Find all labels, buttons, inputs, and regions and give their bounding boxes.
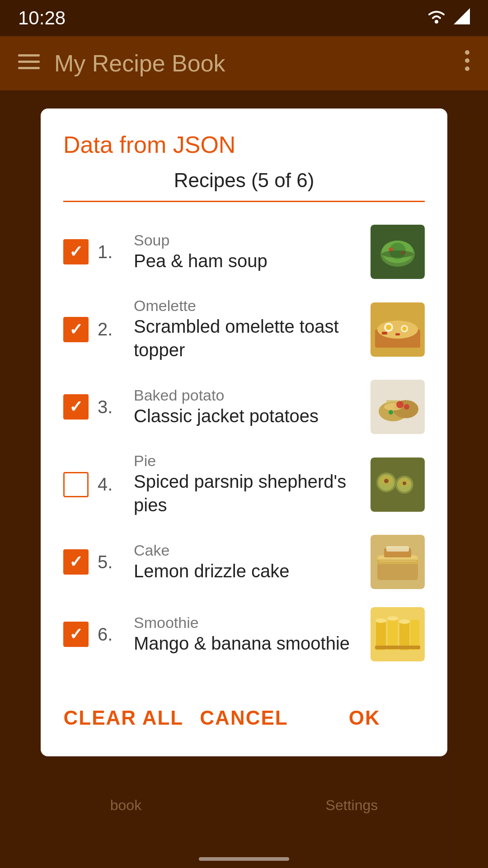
svg-point-0 <box>435 20 438 24</box>
app-bar: My Recipe Book <box>0 36 488 90</box>
signal-icon <box>454 8 470 28</box>
recipe-number-4: 4. <box>98 474 125 495</box>
svg-rect-22 <box>382 332 387 335</box>
checkbox-1[interactable]: ✓ <box>63 239 89 264</box>
recipe-text-5: Cake Lemon drizzle cake <box>134 542 361 583</box>
recipe-number-2: 2. <box>98 319 125 340</box>
checkbox-5[interactable]: ✓ <box>63 549 89 575</box>
dialog-actions: CLEAR ALL CANCEL OK <box>63 679 425 756</box>
svg-point-21 <box>402 326 407 331</box>
svg-rect-53 <box>410 620 419 650</box>
recipe-list: ✓ 1. Soup Pea & ham soup <box>63 216 425 670</box>
list-item[interactable]: ✓ 4. Pie Spiced parsnip shepherd's pies <box>63 443 425 526</box>
hamburger-icon[interactable] <box>18 52 40 74</box>
recipe-number-1: 1. <box>98 242 125 262</box>
list-item[interactable]: ✓ 2. Omelette Scrambled omelette toast t… <box>63 288 425 371</box>
svg-rect-3 <box>18 61 40 63</box>
svg-point-30 <box>404 404 409 410</box>
cancel-button[interactable]: CANCEL <box>184 698 305 738</box>
svg-rect-54 <box>375 646 420 649</box>
svg-point-17 <box>377 321 418 339</box>
dialog-subtitle: Recipes (5 of 6) <box>63 169 425 201</box>
app-bar-left: My Recipe Book <box>18 50 225 77</box>
status-bar: 10:28 <box>0 0 488 36</box>
dialog-overlay: Data from JSON Recipes (5 of 6) ✓ 1. Sou… <box>0 90 488 868</box>
svg-point-29 <box>396 401 404 408</box>
recipe-image-6 <box>371 607 425 661</box>
divider <box>63 201 425 202</box>
svg-point-40 <box>403 481 406 485</box>
recipe-text-3: Baked potato Classic jacket potatoes <box>134 387 361 428</box>
svg-point-55 <box>375 618 386 623</box>
svg-rect-23 <box>395 333 400 335</box>
svg-point-56 <box>387 616 398 621</box>
svg-rect-44 <box>377 560 418 564</box>
checkbox-4[interactable]: ✓ <box>63 472 89 497</box>
recipe-text-2: Omelette Scrambled omelette toast topper <box>134 297 361 362</box>
recipe-number-5: 5. <box>98 552 125 572</box>
svg-point-31 <box>389 410 393 415</box>
list-item[interactable]: ✓ 6. Smoothie Mango & banana smoothie <box>63 598 425 670</box>
recipe-image-3 <box>371 380 425 434</box>
clear-all-button[interactable]: CLEAR ALL <box>63 698 184 738</box>
dialog: Data from JSON Recipes (5 of 6) ✓ 1. Sou… <box>41 108 447 756</box>
svg-marker-1 <box>454 8 470 24</box>
svg-point-19 <box>386 325 391 330</box>
list-item[interactable]: ✓ 5. Cake Lemon drizzle cake <box>63 526 425 598</box>
svg-point-7 <box>465 66 469 71</box>
recipe-number-6: 6. <box>98 624 125 645</box>
svg-point-57 <box>399 619 410 624</box>
status-icons <box>427 8 470 28</box>
more-icon[interactable] <box>465 50 470 77</box>
recipe-text-6: Smoothie Mango & banana smoothie <box>134 614 361 655</box>
svg-point-39 <box>384 479 389 483</box>
svg-point-14 <box>382 250 413 258</box>
recipe-image-2 <box>371 302 425 357</box>
svg-rect-51 <box>388 618 398 650</box>
list-item[interactable]: ✓ 1. Soup Pea & ham soup <box>63 216 425 288</box>
home-indicator <box>199 857 289 861</box>
recipe-text-4: Pie Spiced parsnip shepherd's pies <box>134 452 361 517</box>
svg-point-6 <box>465 58 469 63</box>
dialog-title: Data from JSON <box>63 131 425 158</box>
checkbox-3[interactable]: ✓ <box>63 394 89 420</box>
status-time: 10:28 <box>18 7 66 29</box>
recipe-image-5 <box>371 535 425 589</box>
svg-rect-4 <box>18 67 40 69</box>
recipe-image-1 <box>371 225 425 279</box>
checkbox-2[interactable]: ✓ <box>63 317 89 342</box>
recipe-image-4 <box>371 458 425 512</box>
recipe-number-3: 3. <box>98 397 125 417</box>
ok-button[interactable]: OK <box>304 698 425 738</box>
app-title: My Recipe Book <box>54 50 225 77</box>
svg-rect-2 <box>18 54 40 57</box>
svg-point-5 <box>465 50 469 55</box>
wifi-icon <box>427 8 446 28</box>
list-item[interactable]: ✓ 3. Baked potato Classic jacket potatoe… <box>63 371 425 443</box>
recipe-text-1: Soup Pea & ham soup <box>134 231 361 273</box>
svg-rect-48 <box>386 546 409 552</box>
checkbox-6[interactable]: ✓ <box>63 622 89 647</box>
